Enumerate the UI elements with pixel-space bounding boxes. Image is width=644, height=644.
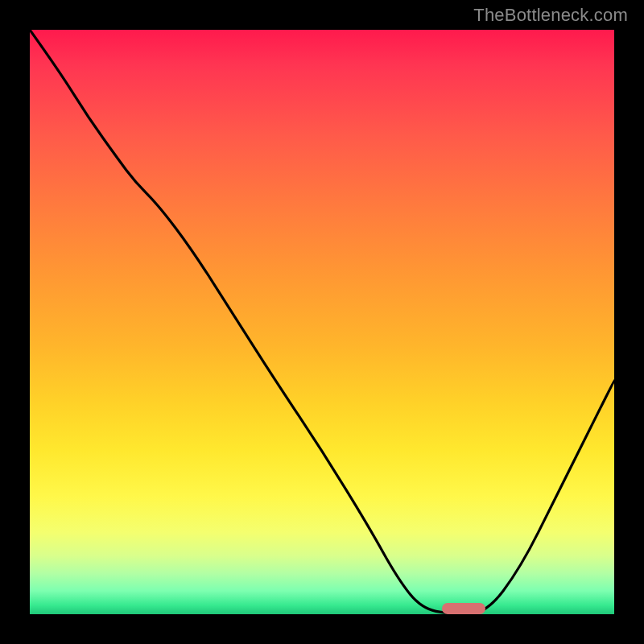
plot-area [30, 30, 614, 614]
watermark-text: TheBottleneck.com [473, 5, 628, 26]
chart-frame: TheBottleneck.com [0, 0, 644, 644]
optimum-marker [442, 603, 485, 614]
curve-path [30, 30, 614, 614]
bottleneck-curve [30, 30, 614, 614]
